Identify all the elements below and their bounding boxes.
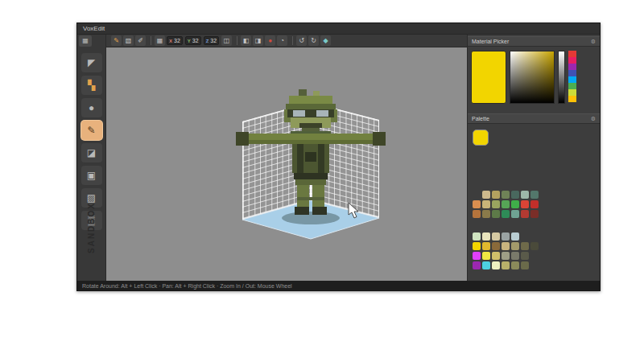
palette-group [473, 191, 540, 220]
size-y-field[interactable]: Y32 [185, 36, 201, 45]
hue-strip[interactable] [568, 51, 576, 104]
palette-swatch[interactable] [482, 191, 490, 199]
palette-swatch[interactable] [502, 261, 510, 269]
material-picker-options-icon[interactable]: ⚙ [591, 39, 596, 45]
mirror-x-icon[interactable]: ◧ [241, 35, 251, 46]
resize-grid-icon[interactable]: ▦ [155, 35, 165, 46]
palette-row [473, 191, 540, 199]
palette-swatch[interactable] [502, 252, 510, 260]
hue-block-5[interactable] [568, 83, 576, 89]
status-bar: Rotate Around: Alt + Left Click · Pan: A… [77, 281, 600, 290]
palette-swatch[interactable] [492, 242, 500, 250]
viewport-canvas[interactable] [106, 47, 467, 282]
record-icon[interactable]: ● [265, 35, 275, 46]
palette-swatch[interactable] [502, 232, 510, 241]
palette-swatch[interactable] [511, 261, 519, 269]
palette-swatch[interactable] [482, 242, 490, 250]
brush-icon[interactable]: ✎ [111, 35, 122, 46]
wand-icon[interactable]: ▧ [123, 35, 134, 46]
palette-swatch[interactable] [502, 242, 510, 250]
mouse-cursor [348, 202, 361, 220]
eraser-tool[interactable]: ◪ [81, 143, 102, 162]
sandbox-branding: SANDBOX [77, 202, 105, 257]
material-picker-header[interactable]: Material Picker ⚙ [468, 36, 600, 47]
palette-swatch[interactable] [473, 252, 481, 260]
palette-swatch[interactable] [521, 200, 529, 208]
palette-swatch[interactable] [473, 210, 481, 218]
palette-row [473, 252, 550, 260]
palette-swatch[interactable] [530, 191, 539, 199]
lock-icon[interactable]: ◫ [221, 35, 232, 46]
palette-options-icon[interactable]: ⚙ [591, 116, 596, 122]
palette-row [473, 210, 540, 218]
palette-swatch[interactable] [502, 191, 510, 199]
voxel-model[interactable] [218, 89, 403, 218]
blocks-tool[interactable]: ▚ [81, 76, 102, 95]
palette-swatch[interactable] [492, 200, 500, 208]
current-color-swatch[interactable] [471, 51, 506, 104]
palette-swatch[interactable] [492, 191, 500, 199]
hue-block-4[interactable] [568, 76, 576, 83]
dropper-icon[interactable]: ✐ [135, 35, 146, 46]
palette-swatch[interactable] [502, 210, 510, 218]
value-ramp-strip[interactable] [558, 51, 565, 104]
size-z-field-value: 32 [210, 38, 217, 43]
palette-swatch[interactable] [530, 242, 539, 250]
palette-row [473, 200, 540, 208]
palette-swatch[interactable] [473, 200, 481, 208]
palette-swatch[interactable] [492, 252, 500, 260]
select-tool[interactable]: ◤ [81, 53, 102, 72]
material-picker-title: Material Picker [472, 39, 509, 44]
palette-header[interactable]: Palette ⚙ [468, 113, 600, 124]
hue-block-7[interactable] [568, 96, 576, 102]
saturation-value-gradient[interactable] [510, 51, 555, 104]
toolbar-separator [292, 36, 293, 45]
palette-swatch[interactable] [502, 200, 510, 208]
cube-tool[interactable]: ▣ [81, 166, 102, 185]
sphere-tool[interactable]: ● [81, 98, 102, 117]
workspace-toggle-button[interactable]: ▦ [79, 35, 92, 47]
hue-block-2[interactable] [568, 64, 576, 70]
palette-swatch[interactable] [473, 261, 481, 269]
size-z-field[interactable]: Z32 [204, 36, 219, 45]
palette-swatch[interactable] [511, 232, 519, 241]
gem-icon[interactable]: ◆ [320, 35, 331, 46]
palette-swatch[interactable] [511, 200, 519, 208]
hue-block-1[interactable] [568, 57, 576, 64]
palette-swatch[interactable] [482, 261, 490, 269]
hue-block-6[interactable] [568, 89, 576, 96]
palette-swatch[interactable] [521, 252, 529, 260]
pencil-tool[interactable]: ✎ [81, 121, 102, 140]
undo-icon[interactable]: ↺ [296, 35, 307, 46]
selected-palette-swatch[interactable] [473, 130, 489, 146]
palette-swatch[interactable] [511, 252, 519, 260]
palette-swatch[interactable] [482, 232, 490, 241]
palette-swatch[interactable] [521, 261, 529, 269]
palette-swatch[interactable] [511, 242, 519, 250]
palette-swatch[interactable] [473, 232, 481, 241]
palette-swatch[interactable] [492, 232, 500, 241]
palette-swatch[interactable] [521, 191, 529, 199]
palette-swatch[interactable] [482, 200, 490, 208]
palette-swatch[interactable] [530, 210, 539, 218]
palette-swatch[interactable] [473, 242, 481, 250]
palette-swatch[interactable] [521, 210, 529, 218]
size-x-field[interactable]: X32 [167, 36, 183, 45]
palette-swatch[interactable] [482, 210, 490, 218]
palette-swatch[interactable] [492, 210, 500, 218]
toolbar-items: ✎▧✐▦X32Y32Z32◫◧◨●◔↺↻◆ [111, 35, 332, 46]
hue-block-3[interactable] [568, 70, 576, 76]
hue-block-0[interactable] [568, 51, 576, 57]
palette-title: Palette [472, 116, 489, 121]
palette-swatch[interactable] [530, 200, 539, 208]
palette-swatch[interactable] [492, 261, 500, 269]
palette-swatch[interactable] [521, 242, 529, 250]
mirror-y-icon[interactable]: ◨ [253, 35, 263, 46]
palette-swatch[interactable] [511, 210, 519, 218]
right-panel: Material Picker ⚙ Palette ⚙ [467, 35, 600, 281]
palette-swatch[interactable] [511, 191, 519, 199]
redo-icon[interactable]: ↻ [308, 35, 319, 46]
ghost-icon[interactable]: ◔ [277, 35, 287, 46]
palette-swatch[interactable] [482, 252, 490, 260]
titlebar[interactable]: VoxEdit [77, 23, 600, 35]
